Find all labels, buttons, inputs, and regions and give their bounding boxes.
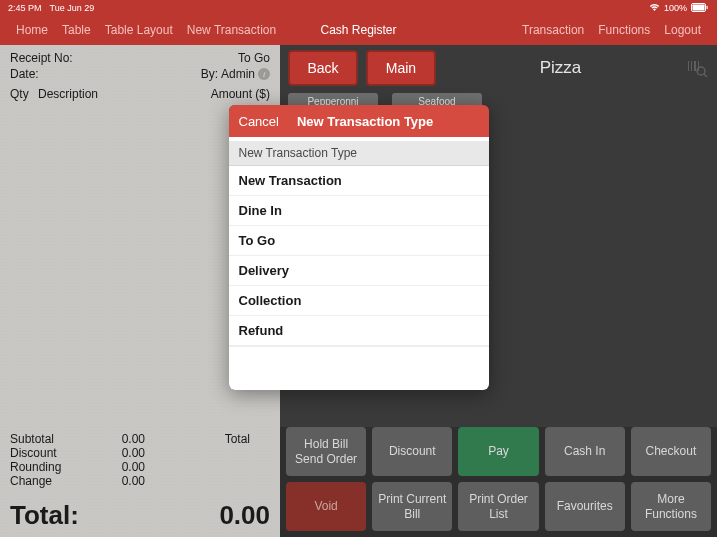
modal-section-header: New Transaction Type [229, 141, 489, 166]
new-transaction-type-modal: Cancel New Transaction Type New Transact… [229, 105, 489, 390]
change-label: Change [10, 474, 85, 488]
nav-table-layout[interactable]: Table Layout [105, 23, 173, 37]
info-icon[interactable]: i [258, 68, 270, 80]
nav-transaction[interactable]: Transaction [522, 23, 584, 37]
wifi-icon [649, 3, 660, 12]
print-current-bill-button[interactable]: Print Current Bill [372, 482, 452, 531]
status-date: Tue Jun 29 [50, 3, 95, 13]
nav-bar: Home Table Table Layout New Transaction … [0, 15, 717, 45]
favourites-button[interactable]: Favourites [545, 482, 625, 531]
nav-table[interactable]: Table [62, 23, 91, 37]
receipt-no-label: Receipt No: [10, 51, 73, 65]
modal-item-refund[interactable]: Refund [229, 316, 489, 346]
battery-percent: 100% [664, 3, 687, 13]
discount-value: 0.00 [85, 446, 145, 460]
rounding-value: 0.00 [85, 460, 145, 474]
receipt-date-label: Date: [10, 67, 39, 81]
status-bar: 2:45 PM Tue Jun 29 100% [0, 0, 717, 15]
category-title: Pizza [444, 58, 677, 78]
svg-line-4 [704, 74, 707, 77]
modal-item-to-go[interactable]: To Go [229, 226, 489, 256]
col-amount: Amount ($) [211, 87, 270, 101]
grand-total-label: Total: [10, 500, 79, 531]
nav-logout[interactable]: Logout [664, 23, 701, 37]
battery-icon [691, 3, 709, 12]
nav-new-transaction[interactable]: New Transaction [187, 23, 276, 37]
barcode-search-icon[interactable] [685, 56, 709, 80]
nav-home[interactable]: Home [16, 23, 48, 37]
discount-label: Discount [10, 446, 85, 460]
checkout-button[interactable]: Checkout [631, 427, 711, 476]
receipt-by-value: Admin [221, 67, 255, 81]
pay-button[interactable]: Pay [458, 427, 538, 476]
subtotal-value: 0.00 [85, 432, 145, 446]
modal-cancel-button[interactable]: Cancel [229, 114, 289, 129]
discount-button[interactable]: Discount [372, 427, 452, 476]
hold-bill-button[interactable]: Hold BillSend Order [286, 427, 366, 476]
modal-item-dine-in[interactable]: Dine In [229, 196, 489, 226]
modal-title: New Transaction Type [289, 114, 433, 129]
status-time: 2:45 PM [8, 3, 42, 13]
svg-rect-2 [707, 6, 708, 9]
change-value: 0.00 [85, 474, 145, 488]
main-button[interactable]: Main [366, 50, 436, 86]
nav-functions[interactable]: Functions [598, 23, 650, 37]
modal-item-new-transaction[interactable]: New Transaction [229, 166, 489, 196]
cash-in-button[interactable]: Cash In [545, 427, 625, 476]
void-button[interactable]: Void [286, 482, 366, 531]
more-functions-button[interactable]: More Functions [631, 482, 711, 531]
col-qty: Qty [10, 87, 38, 101]
bottom-action-grid: Hold BillSend Order Discount Pay Cash In… [280, 427, 717, 537]
modal-item-delivery[interactable]: Delivery [229, 256, 489, 286]
print-order-list-button[interactable]: Print Order List [458, 482, 538, 531]
back-button[interactable]: Back [288, 50, 358, 86]
receipt-by-label: By: [201, 67, 218, 81]
grand-total-value: 0.00 [219, 500, 270, 531]
modal-item-collection[interactable]: Collection [229, 286, 489, 316]
total-small-label: Total [145, 432, 270, 446]
subtotal-label: Subtotal [10, 432, 85, 446]
rounding-label: Rounding [10, 460, 85, 474]
receipt-togo: To Go [238, 51, 270, 65]
svg-rect-1 [693, 5, 705, 11]
col-description: Description [38, 87, 211, 101]
